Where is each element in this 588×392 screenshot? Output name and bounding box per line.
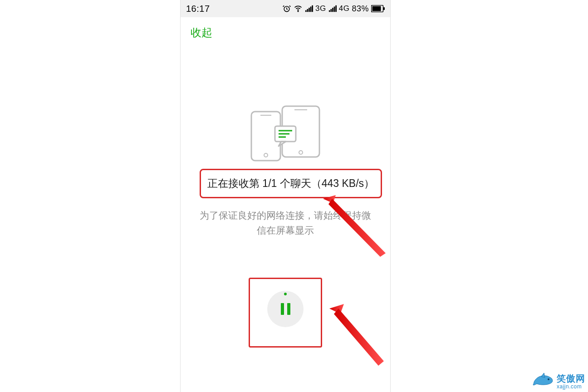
status-time: 16:17 <box>186 4 210 14</box>
svg-rect-9 <box>332 8 333 12</box>
sim1-label: 3G <box>315 4 326 13</box>
svg-rect-3 <box>307 9 309 12</box>
watermark-url: xajjn.com <box>557 384 582 389</box>
pause-icon <box>281 303 290 315</box>
battery-icon <box>371 5 385 12</box>
signal-icon <box>328 5 337 13</box>
svg-rect-7 <box>329 10 330 12</box>
status-indicators: 3G 4G 83% <box>282 4 385 14</box>
svg-point-1 <box>298 11 299 12</box>
transfer-status-text: 正在接收第 1/1 个聊天（443 KB/s） <box>207 177 374 189</box>
phone-screenshot: 16:17 <box>180 0 391 392</box>
loading-dot-icon <box>284 293 287 295</box>
svg-rect-13 <box>372 6 381 11</box>
svg-rect-5 <box>310 7 312 12</box>
pause-highlight-box <box>249 278 322 348</box>
nav-bar: 收起 <box>181 17 390 48</box>
collapse-button[interactable]: 收起 <box>191 25 212 40</box>
svg-rect-6 <box>312 5 313 12</box>
svg-rect-14 <box>383 7 385 10</box>
alarm-icon <box>282 4 291 13</box>
transfer-status-box: 正在接收第 1/1 个聊天（443 KB/s） <box>200 169 382 198</box>
svg-rect-2 <box>305 10 307 12</box>
watermark-name: 笑傲网 <box>557 374 585 383</box>
status-bar: 16:17 <box>181 0 390 17</box>
svg-point-29 <box>548 378 549 380</box>
svg-rect-10 <box>333 7 335 12</box>
shark-icon <box>532 371 554 389</box>
signal-icon <box>305 5 313 13</box>
wifi-icon <box>294 4 303 13</box>
two-phones-transfer-icon <box>247 103 324 162</box>
svg-rect-11 <box>335 5 337 12</box>
svg-rect-8 <box>330 9 332 12</box>
watermark: 笑傲网 xajjn.com <box>532 371 585 389</box>
sim2-label: 4G <box>339 4 350 13</box>
svg-rect-4 <box>309 8 310 12</box>
pause-button[interactable] <box>267 291 304 327</box>
hint-text: 为了保证良好的网络连接，请始终保持微信在屏幕显示 <box>199 208 372 238</box>
pause-area <box>181 278 390 348</box>
battery-percent: 83% <box>352 4 369 14</box>
transfer-illustration <box>181 103 390 162</box>
